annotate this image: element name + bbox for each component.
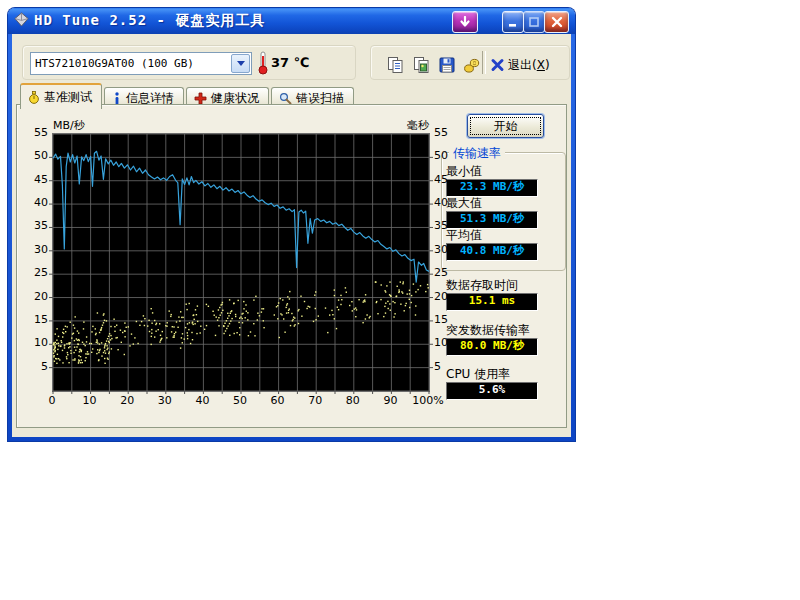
y-tick-right: 40 xyxy=(434,196,464,209)
y-tick-left: 25 xyxy=(20,266,48,279)
y-tick-right: 35 xyxy=(434,219,464,232)
x-tick: 10 xyxy=(74,394,106,407)
close-icon xyxy=(551,16,563,28)
save-icon xyxy=(438,56,456,74)
x-tick: 0 xyxy=(36,394,68,407)
x-tick: 60 xyxy=(262,394,294,407)
minimize-icon xyxy=(507,16,519,28)
y-tick-left: 10 xyxy=(20,336,48,349)
y-tick-left: 20 xyxy=(20,290,48,303)
drive-select-value: HTS721010G9AT00 (100 GB) xyxy=(31,57,230,70)
exit-button[interactable]: 退出(X) xyxy=(490,54,550,76)
y-tick-right: 15 xyxy=(434,313,464,326)
toolbar-separator xyxy=(482,51,486,74)
maximize-button[interactable] xyxy=(523,11,545,33)
drive-select-arrow[interactable] xyxy=(231,54,250,73)
x-tick: 100% xyxy=(412,394,444,407)
donate-coins-icon xyxy=(463,56,481,74)
temperature-reading: 37 ℃ xyxy=(271,55,309,70)
cpu-usage-value: 5.6% xyxy=(446,382,538,400)
donate-button[interactable] xyxy=(461,54,483,76)
y-tick-left: 15 xyxy=(20,313,48,326)
y-tick-left: 50 xyxy=(20,149,48,162)
exit-label: 退出(X) xyxy=(508,57,550,74)
x-tick: 80 xyxy=(337,394,369,407)
minimize-button[interactable] xyxy=(502,11,524,33)
save-button[interactable] xyxy=(436,54,458,76)
thermometer-icon xyxy=(257,51,269,78)
y-tick-right: 20 xyxy=(434,290,464,303)
y-tick-right: 50 xyxy=(434,149,464,162)
tab-benchmark[interactable]: 基准测试 xyxy=(20,83,102,109)
exit-x-icon xyxy=(490,58,505,72)
stopwatch-icon xyxy=(28,91,40,104)
benchmark-chart xyxy=(52,133,430,392)
y-tick-right: 10 xyxy=(434,336,464,349)
download-button[interactable] xyxy=(452,11,478,33)
y-tick-left: 35 xyxy=(20,219,48,232)
y-tick-right: 45 xyxy=(434,173,464,186)
y-tick-right: 55 xyxy=(434,126,464,139)
hd-tune-window: HD Tune 2.52 - 硬盘实用工具 HTS721010G9AT00 (1… xyxy=(8,8,575,441)
drive-select[interactable]: HTS721010G9AT00 (100 GB) xyxy=(30,52,252,75)
x-tick: 50 xyxy=(224,394,256,407)
app-icon xyxy=(14,12,29,30)
maximize-icon xyxy=(528,16,540,28)
y-tick-right: 30 xyxy=(434,243,464,256)
start-button[interactable]: 开始 xyxy=(467,114,544,138)
y-tick-left: 45 xyxy=(20,173,48,186)
y-tick-right: 5 xyxy=(434,360,464,373)
x-tick: 30 xyxy=(149,394,181,407)
left-axis-title: MB/秒 xyxy=(53,118,85,133)
close-button[interactable] xyxy=(544,11,569,33)
copy-icon xyxy=(387,56,404,74)
y-tick-left: 55 xyxy=(20,126,48,139)
y-tick-right: 25 xyxy=(434,266,464,279)
copy-picture-button[interactable] xyxy=(410,54,432,76)
down-arrow-icon xyxy=(459,16,471,29)
window-title: HD Tune 2.52 - 硬盘实用工具 xyxy=(34,12,265,30)
desktop: HD Tune 2.52 - 硬盘实用工具 HTS721010G9AT00 (1… xyxy=(0,0,800,600)
y-tick-left: 40 xyxy=(20,196,48,209)
x-tick: 40 xyxy=(186,394,218,407)
focus-rect xyxy=(470,117,541,135)
y-tick-left: 5 xyxy=(20,360,48,373)
chevron-down-icon xyxy=(237,61,245,66)
right-axis-title: 毫秒 xyxy=(362,118,429,133)
copy-picture-icon xyxy=(413,56,430,74)
titlebar[interactable]: HD Tune 2.52 - 硬盘实用工具 xyxy=(8,8,575,34)
copy-button[interactable] xyxy=(384,54,406,76)
y-tick-left: 30 xyxy=(20,243,48,256)
client-area: HTS721010G9AT00 (100 GB) 37 ℃ xyxy=(12,34,571,437)
x-tick: 70 xyxy=(299,394,331,407)
x-tick: 20 xyxy=(111,394,143,407)
x-tick: 90 xyxy=(374,394,406,407)
